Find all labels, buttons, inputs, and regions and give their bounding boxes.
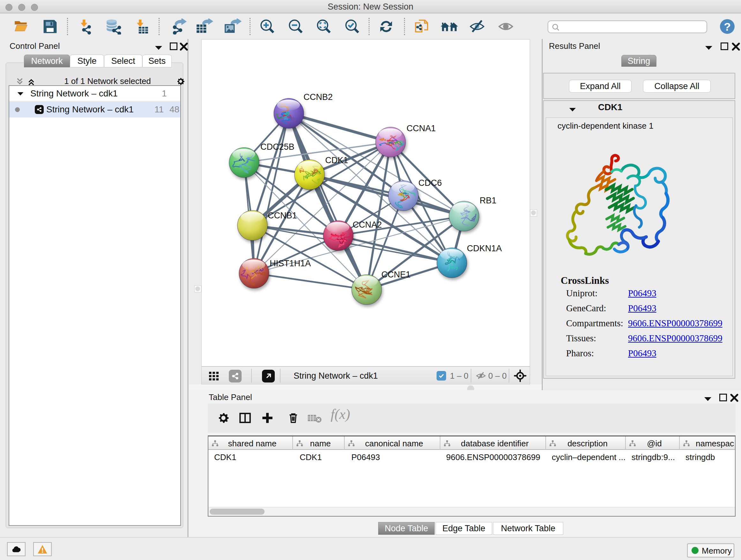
svg-text:CDK1: CDK1 <box>325 155 348 165</box>
svg-text:RB1: RB1 <box>480 196 496 205</box>
svg-text:CCNA1: CCNA1 <box>407 124 436 133</box>
svg-text:CCNB1: CCNB1 <box>268 211 297 220</box>
svg-text:CDC25B: CDC25B <box>260 142 294 152</box>
svg-text:CDC6: CDC6 <box>418 178 442 188</box>
svg-text:CCNE1: CCNE1 <box>381 270 411 279</box>
svg-text:?: ? <box>724 20 731 33</box>
svg-text:HIST1H1A: HIST1H1A <box>270 259 311 268</box>
svg-text:CCNA2: CCNA2 <box>353 220 382 230</box>
svg-text:CCNB2: CCNB2 <box>304 92 333 102</box>
svg-text:CDKN1A: CDKN1A <box>467 244 502 253</box>
